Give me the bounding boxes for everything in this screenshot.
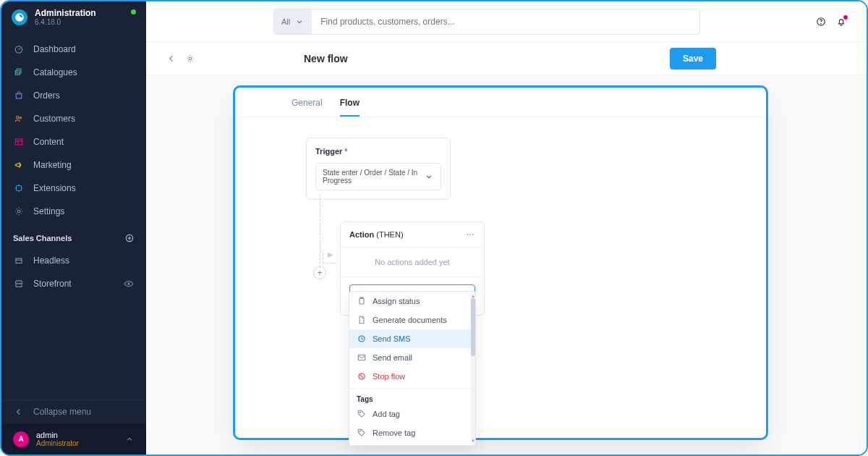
trigger-select[interactable]: State enter / Order / State / In Progres… [315, 163, 441, 190]
channel-label: Headless [33, 256, 69, 266]
dropdown-item-remove-tag[interactable]: Remove tag [349, 423, 471, 442]
back-icon[interactable] [166, 54, 176, 64]
notifications-icon[interactable] [836, 17, 846, 27]
svg-point-14 [189, 57, 192, 60]
user-menu[interactable]: A admin Administrator [1, 423, 146, 455]
channel-headless[interactable]: Headless [1, 249, 146, 272]
tab-flow[interactable]: Flow [340, 98, 359, 117]
brand-logo [12, 9, 27, 25]
sidebar-item-customers[interactable]: Customers [1, 107, 146, 130]
action-empty-text: No actions added yet [341, 248, 484, 277]
main-nav: Dashboard Catalogues Orders Customers Co… [1, 35, 146, 223]
page-title: New flow [304, 53, 348, 64]
nav-label: Orders [33, 90, 60, 101]
flow-connector [320, 194, 320, 271]
plugin-icon [13, 182, 25, 194]
nav-label: Content [33, 137, 64, 147]
sidebar-item-dashboard[interactable]: Dashboard [1, 38, 146, 61]
svg-rect-6 [17, 186, 22, 191]
trigger-card: Trigger * State enter / Order / State / … [306, 138, 451, 200]
svg-point-4 [20, 117, 21, 119]
sidebar-item-content[interactable]: Content [1, 130, 146, 153]
dropdown-item-send-email[interactable]: Send email [349, 348, 471, 367]
tab-general[interactable]: General [292, 98, 323, 117]
box-icon [13, 255, 25, 266]
dropdown-separator [349, 388, 471, 389]
tag-icon [357, 409, 367, 419]
svg-rect-18 [359, 298, 364, 304]
nav-label: Dashboard [33, 44, 76, 54]
layout-icon [13, 136, 25, 148]
action-title: Action (THEN) [349, 230, 404, 239]
users-icon [13, 113, 25, 124]
gear-icon [13, 206, 25, 217]
svg-rect-9 [16, 258, 22, 263]
sidebar-item-marketing[interactable]: Marketing [1, 153, 146, 177]
mail-icon [357, 352, 367, 363]
sidebar: Administration 6.4.18.0 Dashboard Catalo… [1, 1, 146, 455]
store-icon [13, 278, 25, 290]
search-icon[interactable] [682, 17, 699, 27]
chevron-down-icon [424, 172, 434, 182]
main-area: All New flow Save [146, 1, 867, 455]
tabs: General Flow [235, 88, 766, 117]
dropdown-item-generate-documents[interactable]: Generate documents [349, 311, 471, 329]
user-role: Administrator [36, 439, 79, 447]
dropdown-section-tags: Tags [349, 391, 471, 405]
svg-rect-5 [15, 139, 22, 145]
sidebar-item-orders[interactable]: Orders [1, 84, 146, 107]
nav-label: Customers [33, 114, 75, 124]
dropdown-item-assign-status[interactable]: Assign status [349, 292, 471, 311]
gear-icon[interactable] [185, 54, 195, 64]
nav-label: Catalogues [33, 67, 77, 77]
bag-icon [13, 90, 25, 101]
avatar: A [13, 431, 29, 447]
eye-icon[interactable] [123, 278, 135, 290]
sidebar-item-settings[interactable]: Settings [1, 200, 146, 223]
svg-point-7 [17, 210, 20, 213]
megaphone-icon [13, 159, 25, 171]
trigger-label: Trigger * [315, 147, 441, 156]
plus-circle-icon[interactable] [124, 233, 135, 243]
save-button[interactable]: Save [670, 48, 716, 69]
svg-point-17 [472, 234, 474, 235]
status-indicator [131, 9, 136, 14]
user-name: admin [36, 431, 79, 439]
action-dropdown: Assign status Generate documents Send SM… [349, 291, 476, 446]
svg-point-15 [467, 234, 469, 235]
dropdown-item-add-tag[interactable]: Add tag [349, 405, 471, 423]
sidebar-item-extensions[interactable]: Extensions [1, 177, 146, 200]
dropdown-scrollbar[interactable]: ▲ ▼ [471, 292, 475, 445]
svg-point-13 [821, 24, 822, 25]
svg-point-23 [359, 412, 360, 413]
flow-builder: Trigger * State enter / Order / State / … [235, 117, 766, 161]
nav-label: Settings [33, 206, 64, 216]
app-title: Administration [35, 9, 96, 18]
topbar: All [146, 1, 867, 42]
global-search: All [273, 9, 700, 35]
dropdown-item-send-sms[interactable]: Send SMS [349, 329, 471, 348]
collapse-menu[interactable]: Collapse menu [1, 400, 146, 423]
document-icon [357, 315, 367, 325]
channel-storefront[interactable]: Storefront [1, 272, 146, 295]
more-icon[interactable] [465, 229, 475, 240]
tag-remove-icon [357, 428, 367, 438]
notification-dot [843, 15, 848, 20]
clipboard-icon [357, 296, 367, 306]
chevron-up-icon [124, 434, 135, 444]
svg-point-3 [17, 117, 20, 119]
search-input[interactable] [312, 9, 682, 34]
svg-point-16 [469, 234, 471, 235]
sidebar-item-catalogues[interactable]: Catalogues [1, 61, 146, 84]
add-node-button[interactable]: + [313, 266, 326, 279]
canvas: General Flow Trigger * State enter / Ord… [146, 75, 867, 455]
svg-rect-2 [15, 71, 20, 75]
sidebar-header: Administration 6.4.18.0 [1, 1, 146, 35]
search-filter[interactable]: All [274, 9, 312, 34]
speedometer-icon [13, 43, 25, 55]
clock-icon [357, 334, 367, 344]
dropdown-item-stop-flow[interactable]: Stop flow [349, 367, 471, 386]
help-icon[interactable] [816, 17, 826, 27]
collapse-icon [13, 406, 25, 418]
page-header: New flow Save [146, 42, 867, 75]
